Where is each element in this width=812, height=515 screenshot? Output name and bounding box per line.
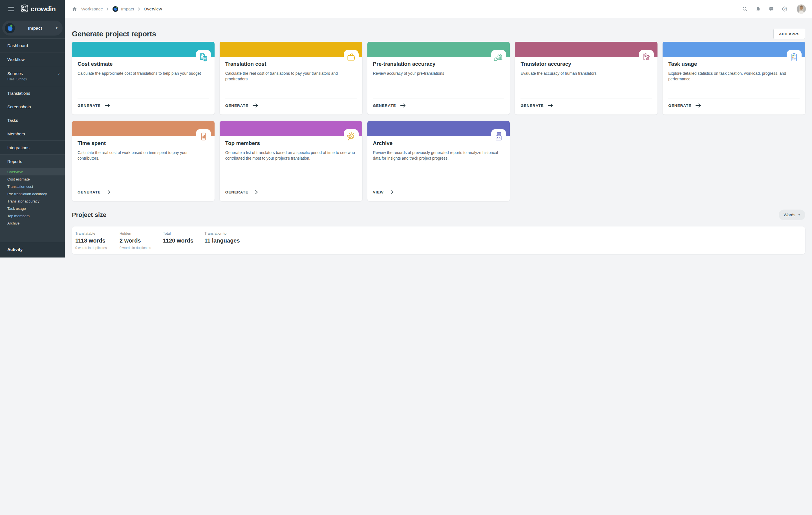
reports-submenu-translation-cost[interactable]: Translation cost bbox=[0, 183, 65, 190]
reports-submenu-cost-estimate[interactable]: Cost estimate bbox=[0, 175, 65, 183]
reports-submenu-task-usage[interactable]: Task usage bbox=[0, 205, 65, 212]
project-size-stats: Translatable 1118 words 0 words in dupli… bbox=[72, 227, 406, 254]
arrow-right-icon bbox=[252, 103, 258, 108]
card-title: Cost estimate bbox=[78, 61, 197, 67]
wallet-icon bbox=[344, 50, 359, 65]
card-title: Time spent bbox=[78, 140, 197, 147]
stat-translation-to: Translation to 11 languages bbox=[204, 227, 240, 254]
reports-submenu-overview[interactable]: Overview bbox=[0, 168, 65, 175]
crowdin-logo-icon bbox=[21, 4, 28, 13]
sidebar-header: crowdin bbox=[0, 0, 65, 18]
sidebar-item-tasks[interactable]: Tasks bbox=[0, 113, 65, 127]
reports-submenu-translator-accuracy[interactable]: Translator accuracy bbox=[0, 197, 65, 205]
arrow-right-icon bbox=[252, 190, 258, 194]
breadcrumb: WorkspaceImpactOverview bbox=[72, 6, 406, 12]
arrow-right-icon bbox=[105, 103, 111, 108]
sidebar: crowdin Impact ▼ Dashboard Workflow Sour… bbox=[0, 0, 65, 258]
card-header-band bbox=[367, 42, 406, 57]
svg-text:$: $ bbox=[201, 54, 202, 56]
card-action-generate[interactable]: GENERATE bbox=[78, 98, 209, 115]
stat-hidden: Hidden 2 words 0 words in duplicates bbox=[120, 227, 163, 254]
project-size-title: Project size bbox=[72, 211, 106, 219]
project-avatar bbox=[5, 23, 15, 33]
card-header-band bbox=[72, 121, 214, 136]
sidebar-item-sublabel: Files, Strings bbox=[7, 77, 27, 81]
card-header-band bbox=[72, 42, 214, 57]
chevron-right-icon: › bbox=[58, 71, 60, 76]
report-card-archive: Archive Review the records of previously… bbox=[367, 121, 406, 201]
card-header-band bbox=[220, 42, 362, 57]
sidebar-item-activity[interactable]: Activity bbox=[0, 242, 65, 256]
report-card-cost-estimate: $ Cost estimate Calculate the approximat… bbox=[72, 42, 214, 115]
report-card-translation-cost: Translation cost Calculate the real cost… bbox=[220, 42, 362, 115]
chevron-right-icon bbox=[107, 7, 109, 11]
crowdin-logo[interactable]: crowdin bbox=[21, 4, 56, 13]
chevron-right-icon bbox=[138, 7, 140, 11]
report-card-time-spent: Time spent Calculate the real cost of wo… bbox=[72, 121, 214, 201]
sidebar-item-integrations[interactable]: Integrations bbox=[0, 141, 65, 154]
card-action-generate[interactable]: GENERATE bbox=[225, 185, 357, 201]
sidebar-item-dashboard[interactable]: Dashboard bbox=[0, 39, 65, 52]
time-document-icon bbox=[196, 129, 211, 144]
breadcrumb-overview: Overview bbox=[144, 6, 162, 11]
reports-group: Reports Overview Cost estimate Translati… bbox=[0, 154, 65, 242]
main-content: Generate project reports ADD APPS $ Cost… bbox=[65, 18, 406, 258]
reports-submenu-archive[interactable]: Archive bbox=[0, 220, 65, 227]
sidebar-item-members[interactable]: Members bbox=[0, 127, 65, 140]
sidebar-item-translations[interactable]: Translations bbox=[0, 86, 65, 100]
card-action-generate[interactable]: GENERATE bbox=[78, 185, 209, 201]
sidebar-nav: Dashboard Workflow Sources › Files, Stri… bbox=[0, 39, 65, 256]
project-name: Impact bbox=[15, 26, 55, 31]
top-bar: WorkspaceImpactOverview ? bbox=[65, 0, 406, 18]
arrow-right-icon bbox=[105, 190, 111, 194]
card-description: Review accuracy of your pre-translations bbox=[373, 71, 406, 77]
card-description: Generate a list of translators based on … bbox=[225, 150, 357, 161]
card-description: Calculate the real cost of work based on… bbox=[78, 150, 209, 161]
card-title: Translation cost bbox=[225, 61, 344, 67]
page-title: Generate project reports bbox=[72, 30, 156, 38]
card-action-view[interactable]: VIEW bbox=[373, 185, 406, 201]
sidebar-item-sources[interactable]: Sources › Files, Strings bbox=[0, 66, 65, 86]
report-cards-row-2: Time spent Calculate the real cost of wo… bbox=[72, 121, 406, 201]
arrow-right-icon bbox=[388, 190, 394, 194]
invoice-calculator-icon: $ bbox=[196, 50, 211, 65]
card-title: Pre-translation accuracy bbox=[373, 61, 406, 67]
card-description: Calculate the real cost of translations … bbox=[225, 71, 357, 82]
stat-total: Total 1120 words bbox=[163, 227, 204, 254]
card-header-band bbox=[367, 121, 406, 136]
card-header-band bbox=[220, 121, 362, 136]
card-title: Archive bbox=[373, 140, 406, 147]
reports-submenu-top-members[interactable]: Top members bbox=[0, 212, 65, 220]
project-selector[interactable]: Impact ▼ bbox=[2, 21, 63, 35]
crowdin-wordmark: crowdin bbox=[31, 5, 56, 13]
breadcrumb-impact[interactable]: Impact bbox=[113, 6, 134, 12]
sidebar-item-reports[interactable]: Reports bbox=[0, 154, 65, 168]
sidebar-item-screenshots[interactable]: Screenshots bbox=[0, 100, 65, 113]
card-title: Top members bbox=[225, 140, 344, 147]
arrow-right-icon bbox=[400, 103, 406, 108]
report-cards-row-1: $ Cost estimate Calculate the approximat… bbox=[72, 42, 406, 115]
member-magnifier-icon bbox=[344, 129, 359, 144]
report-card-top-members: Top members Generate a list of translato… bbox=[220, 121, 362, 201]
chevron-down-icon: ▼ bbox=[55, 27, 58, 30]
card-action-generate[interactable]: GENERATE bbox=[373, 98, 406, 115]
card-description: Review the records of previously generat… bbox=[373, 150, 406, 161]
reports-submenu-pre-translation-accuracy[interactable]: Pre-translation accuracy bbox=[0, 190, 65, 197]
home-icon[interactable] bbox=[72, 6, 78, 12]
report-card-pre-translation-accuracy: Pre-translation accuracy Review accuracy… bbox=[367, 42, 406, 115]
menu-toggle-icon[interactable] bbox=[8, 7, 14, 11]
card-description: Calculate the approximate cost of transl… bbox=[78, 71, 209, 77]
project-avatar bbox=[113, 6, 118, 12]
sidebar-item-workflow[interactable]: Workflow bbox=[0, 53, 65, 66]
stat-translatable: Translatable 1118 words 0 words in dupli… bbox=[75, 227, 120, 254]
card-action-generate[interactable]: GENERATE bbox=[225, 98, 357, 115]
breadcrumb-workspace[interactable]: Workspace bbox=[81, 6, 103, 11]
